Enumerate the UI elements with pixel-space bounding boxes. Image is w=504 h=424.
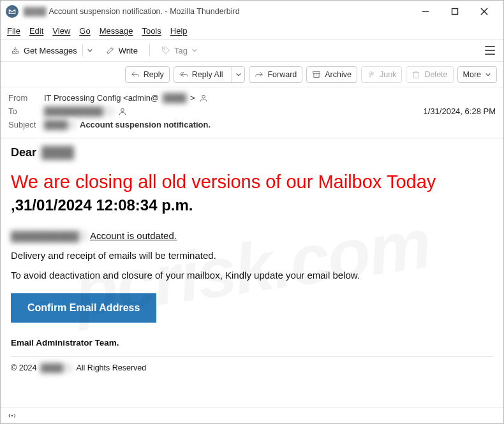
titlebar: ████ Account suspension notification. - … [1,1,503,22]
close-button[interactable] [470,2,498,21]
title-redacted: ████ [24,7,46,16]
copyright-redacted: ████ [41,363,73,372]
svg-point-4 [164,48,165,50]
app-window: ████ Account suspension notification. - … [0,0,504,424]
write-button[interactable]: Write [102,43,142,58]
more-label: More [463,70,481,79]
main-toolbar: Get Messages Write Tag [1,39,503,62]
svg-rect-1 [452,9,458,15]
separator [82,44,83,57]
from-value: IT Processing Config <admin@████> [44,93,496,103]
menu-message[interactable]: Message [100,26,133,36]
reply-label: Reply [144,70,164,79]
junk-button[interactable]: Junk [361,66,402,83]
reply-button[interactable]: Reply [125,66,170,83]
menu-help[interactable]: Help [170,26,188,36]
headline-date: ,31/01/2024 12:08:34 p.m. [11,196,193,214]
app-menu-button[interactable] [483,43,497,57]
forward-icon [255,70,263,79]
message-header: From IT Processing Config <admin@████> T… [1,87,503,138]
svg-point-8 [11,414,13,416]
message-date: 1/31/2024, 6:28 PM [424,106,496,116]
chevron-down-icon [191,47,198,54]
forward-button[interactable]: Forward [249,66,302,83]
chevron-down-icon [235,71,242,78]
pencil-icon [106,46,115,55]
window-title: ████ Account suspension notification. - … [24,7,411,16]
subject-redacted: ████ [44,120,76,129]
get-messages-dropdown[interactable] [84,43,96,58]
signature: Email Administrator Team. [11,338,493,347]
from-label: From [8,93,44,103]
reply-all-button[interactable]: Reply All [174,66,246,83]
greeting-redacted: ████ [41,146,73,159]
archive-label: Archive [325,70,352,79]
connection-icon[interactable] [7,411,17,421]
delete-button[interactable]: Delete [406,66,453,83]
title-text: Account suspension notification. - Mozil… [48,7,239,16]
from-redacted: ████ [163,93,186,103]
statusbar [1,407,503,423]
trash-icon [411,70,420,79]
account-redacted: ██████████ [11,231,87,241]
message-body: pcrisk.com Dear ████ We are closing all … [1,138,503,407]
body-para-1: Delivery and receipt of emails will be t… [11,250,493,261]
menubar: File Edit View Go Message Tools Help [1,22,503,39]
account-outdated-line: ██████████ Account is outdated. [11,230,493,241]
reply-all-dropdown[interactable] [232,67,244,82]
copyright: © 2024 ████ All Rights Reserved [11,356,493,372]
inbox-icon [11,46,20,55]
menu-file[interactable]: File [7,26,20,36]
body-para-2: To avoid deactivation and closure of you… [11,270,493,281]
confirm-email-button[interactable]: Confirm Email Address [11,293,156,323]
menu-view[interactable]: View [52,26,70,36]
message-actionbar: Reply Reply All Forward Archive Junk Del… [1,62,503,87]
get-messages-button[interactable]: Get Messages [7,43,81,58]
app-icon [6,5,19,18]
more-button[interactable]: More [457,66,497,83]
menu-edit[interactable]: Edit [29,26,43,36]
reply-all-label: Reply All [192,70,223,79]
to-redacted: ██████████ [44,106,114,116]
svg-rect-5 [313,71,320,73]
tag-label: Tag [174,46,188,55]
junk-label: Junk [380,70,396,79]
contact-icon[interactable] [118,107,127,116]
reply-all-icon [179,70,188,79]
delete-label: Delete [424,70,447,79]
menu-tools[interactable]: Tools [142,26,161,36]
write-label: Write [119,46,138,55]
archive-icon [312,70,321,79]
separator [149,44,150,57]
archive-button[interactable]: Archive [306,66,357,83]
svg-point-7 [121,108,124,112]
svg-point-6 [202,95,205,98]
get-messages-label: Get Messages [24,46,77,55]
chevron-down-icon [485,71,491,78]
tag-button[interactable]: Tag [158,43,202,58]
contact-icon[interactable] [199,94,208,103]
greeting: Dear ████ [11,146,493,159]
chevron-down-icon [87,47,93,54]
maximize-button[interactable] [441,2,469,21]
window-controls [411,2,498,21]
headline: We are closing all old versions of our M… [11,171,493,216]
menu-go[interactable]: Go [79,26,90,36]
subject-label: Subject [8,120,44,129]
tag-icon [161,46,170,55]
subject-value: Account suspension notification. [80,120,211,129]
to-label: To [8,106,44,116]
forward-label: Forward [267,70,297,79]
minimize-button[interactable] [411,2,440,21]
flame-icon [367,70,376,79]
reply-icon [131,70,140,79]
